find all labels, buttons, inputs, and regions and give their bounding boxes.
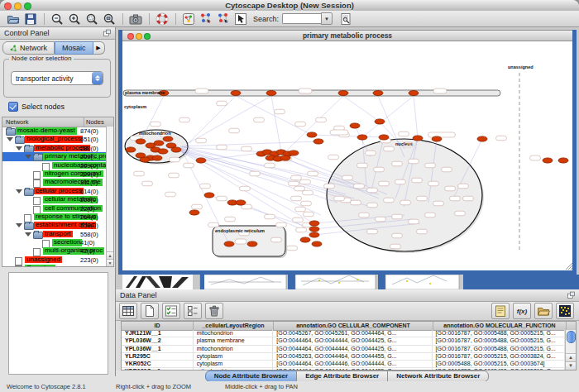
network-node-capsule[interactable] — [374, 167, 385, 172]
network-node[interactable] — [309, 221, 319, 226]
attribute-matrix-button[interactable] — [556, 303, 574, 319]
network-node[interactable] — [350, 123, 360, 128]
scrollbar-thumb[interactable] — [567, 331, 576, 343]
disclosure-triangle-icon[interactable] — [16, 223, 22, 227]
tree-row[interactable]: Overview8(0) — [2, 264, 106, 266]
disclosure-triangle-icon[interactable] — [25, 155, 31, 159]
network-node-capsule[interactable] — [217, 145, 227, 150]
tree-row[interactable]: biological_process651(0) — [2, 135, 106, 143]
tree-row[interactable]: cellular process614(0) — [2, 187, 106, 195]
network-node-capsule[interactable] — [328, 155, 339, 160]
zoom-fit-button[interactable] — [101, 12, 117, 26]
select-mode-button[interactable] — [232, 12, 249, 26]
network-node[interactable] — [171, 147, 181, 152]
scroll-up-icon[interactable]: ▲ — [566, 353, 576, 361]
network-node[interactable] — [204, 193, 214, 198]
network-node-capsule[interactable] — [425, 163, 436, 168]
network-view-titlebar[interactable]: primary metabolic process — [122, 30, 572, 41]
zoom-in-button[interactable] — [66, 12, 83, 26]
help-button[interactable] — [154, 12, 170, 26]
network-node[interactable] — [309, 232, 319, 237]
background-view-fragment-3[interactable] — [385, 275, 459, 289]
network-node-capsule[interactable] — [235, 239, 246, 244]
disclosure-triangle-icon[interactable] — [7, 137, 13, 141]
network-node-capsule[interactable] — [324, 184, 335, 189]
table-scrollbar[interactable]: ▲ ▼ — [565, 330, 576, 370]
network-node-capsule[interactable] — [303, 190, 313, 195]
scroll-down-icon[interactable]: ▼ — [107, 259, 113, 266]
network-node-capsule[interactable] — [184, 163, 194, 168]
network-node-capsule[interactable] — [412, 178, 423, 183]
network-node-capsule[interactable] — [275, 109, 285, 114]
network-node-capsule[interactable] — [192, 204, 203, 209]
network-node-capsule[interactable] — [390, 244, 401, 249]
delete-attribute-button[interactable] — [205, 303, 223, 319]
zoom-out-button[interactable] — [49, 12, 65, 26]
network-node[interactable] — [373, 90, 383, 95]
network-node-capsule[interactable] — [195, 88, 208, 93]
snapshot-button[interactable] — [127, 12, 144, 26]
background-view-fragment-2[interactable] — [295, 275, 376, 289]
network-node-capsule[interactable] — [392, 161, 403, 166]
network-node-capsule[interactable] — [200, 184, 211, 189]
network-node-capsule[interactable] — [265, 163, 275, 168]
network-node-capsule[interactable] — [265, 214, 275, 219]
network-node[interactable] — [152, 155, 162, 160]
network-node-capsule[interactable] — [433, 201, 444, 206]
network-node-capsule[interactable] — [254, 117, 265, 122]
table-row[interactable]: YLR295Ccytoplasm[GO:0045263, GO:0044464,… — [122, 353, 565, 361]
layout-button[interactable] — [180, 12, 197, 26]
network-node[interactable] — [307, 132, 317, 137]
network-node-capsule[interactable] — [287, 246, 298, 251]
network-node-capsule[interactable] — [134, 171, 145, 176]
tree-row[interactable]: response to stimulus264(0) — [2, 213, 106, 221]
network-node-capsule[interactable] — [165, 192, 176, 197]
disclosure-triangle-icon[interactable] — [16, 189, 22, 194]
network-node[interactable] — [140, 157, 150, 162]
search-dropdown-button[interactable]: ▼ — [321, 12, 333, 25]
network-node-capsule[interactable] — [330, 130, 348, 135]
network-node-capsule[interactable] — [225, 217, 236, 222]
network-node[interactable] — [313, 139, 323, 144]
network-node[interactable] — [236, 200, 246, 205]
network-node[interactable] — [432, 136, 442, 141]
tree-row[interactable]: unassigned223(0) — [2, 256, 106, 264]
network-node-capsule[interactable] — [496, 136, 507, 141]
network-node-capsule[interactable] — [376, 217, 386, 222]
table-row[interactable]: YJR121W__1mitochondrion[GO:0045267, GO:0… — [122, 330, 565, 337]
network-node-capsule[interactable] — [351, 200, 361, 205]
network-node-capsule[interactable] — [354, 184, 365, 189]
new-attribute-button[interactable] — [141, 303, 159, 319]
tree-row[interactable]: multi-organism proc42(0) — [2, 246, 106, 255]
network-node-capsule[interactable] — [291, 196, 302, 201]
network-node-capsule[interactable] — [417, 196, 428, 201]
network-node-capsule[interactable] — [428, 181, 439, 186]
vizmap-edit-button[interactable] — [215, 12, 232, 26]
network-node[interactable] — [357, 135, 367, 140]
tree-row[interactable]: metabolic process280(0) — [2, 144, 106, 152]
network-node[interactable] — [154, 141, 164, 146]
tab-node-attribute-browser[interactable]: Node Attribute Browser — [205, 370, 298, 382]
tree-scrollbar[interactable]: ▲ ▼ — [106, 127, 113, 266]
network-node[interactable] — [247, 241, 257, 246]
network-node-capsule[interactable] — [455, 211, 466, 216]
network-node-capsule[interactable] — [294, 186, 305, 191]
network-node-capsule[interactable] — [169, 173, 179, 178]
network-node[interactable] — [312, 241, 322, 246]
tree-row[interactable]: mosaic-demo-yeast874(0) — [2, 127, 106, 135]
table-row[interactable]: YPL036W__2plasma membrane[GO:0044464, GO… — [122, 337, 565, 345]
tab-network-attribute-browser[interactable]: Network Attribute Browser — [387, 370, 489, 382]
network-node-capsule[interactable] — [334, 196, 345, 201]
open-button[interactable] — [5, 12, 22, 26]
tab-network[interactable]: Network — [2, 41, 55, 55]
network-node-capsule[interactable] — [296, 227, 307, 232]
network-node-capsule[interactable] — [399, 131, 409, 136]
network-node-capsule[interactable] — [300, 179, 311, 184]
scroll-up-icon[interactable]: ▲ — [107, 251, 113, 259]
network-node-capsule[interactable] — [379, 181, 390, 186]
search-config-button[interactable] — [337, 12, 354, 26]
network-node-capsule[interactable] — [367, 229, 378, 234]
network-node-capsule[interactable] — [450, 196, 461, 201]
network-node[interactable] — [375, 119, 385, 124]
network-node-capsule[interactable] — [295, 207, 306, 212]
